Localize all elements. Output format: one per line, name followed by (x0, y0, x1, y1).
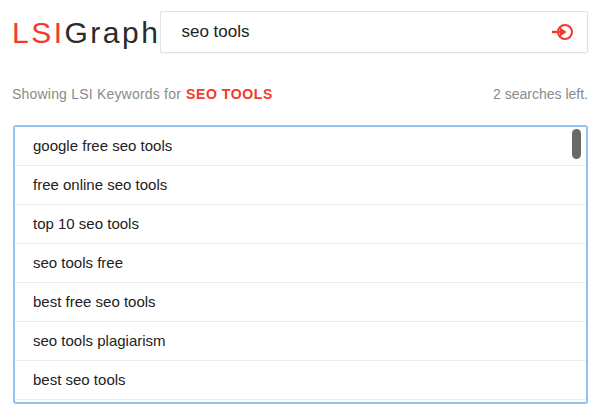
status-keyword: SEO TOOLS (186, 86, 273, 102)
enter-arrow-icon (550, 20, 574, 44)
keyword-row[interactable]: free online seo tools (15, 166, 586, 205)
page: LSIGraph Showing LSI Keywords for SEO TO… (0, 0, 600, 417)
keyword-results-list: google free seo tools free online seo to… (13, 125, 588, 404)
searches-left-counter: 2 searches left. (493, 86, 588, 102)
keyword-row[interactable]: google free seo tools (15, 127, 586, 166)
header: LSIGraph (0, 0, 600, 53)
search-box (160, 11, 588, 53)
logo[interactable]: LSIGraph (12, 16, 160, 50)
status-row: Showing LSI Keywords for SEO TOOLS 2 sea… (0, 86, 600, 102)
keyword-row[interactable]: best free seo tools (15, 283, 586, 322)
keyword-row[interactable]: seo tools plagiarism (15, 322, 586, 361)
status-prefix: Showing LSI Keywords for (12, 86, 181, 102)
scrollbar-thumb[interactable] (572, 129, 581, 159)
keyword-row[interactable]: seo tools free (15, 244, 586, 283)
search-input[interactable] (161, 12, 543, 52)
search-submit-button[interactable] (543, 12, 587, 52)
logo-graph: Graph (65, 16, 161, 49)
keyword-row[interactable]: best seo tools (15, 361, 586, 400)
logo-lsi: LSI (12, 16, 65, 49)
keyword-row[interactable]: top 10 seo tools (15, 205, 586, 244)
